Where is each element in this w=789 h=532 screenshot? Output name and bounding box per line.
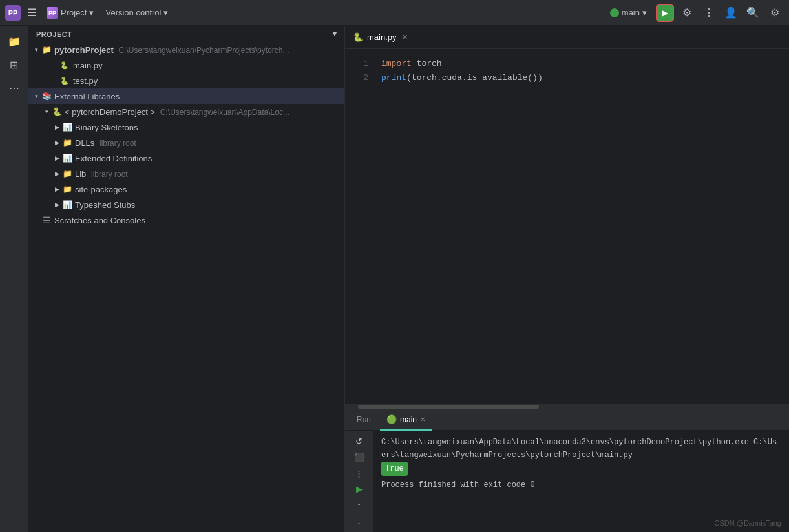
bottom-layout: ↺ ⬛ ⋮ ▶ ↑ ↓ C:\Users\tangweixuan\AppData… — [345, 431, 789, 532]
tree-arrow-external-libs: ▾ — [31, 93, 41, 99]
scrollbar-thumb[interactable] — [358, 405, 539, 409]
tree-item-site-packages[interactable]: ▶ 📁 site-packages — [28, 181, 344, 197]
folder-icon-pytorch-project: 📁 — [41, 45, 52, 54]
tree-item-dlls[interactable]: ▶ 📁 DLLs library root — [28, 135, 344, 150]
code-editor[interactable]: 1 2 import torch print(torch.cuda.is_ava… — [345, 49, 789, 404]
sidebar-item-more[interactable]: ⋯ — [4, 77, 25, 98]
tab-py-icon: 🐍 — [353, 32, 363, 42]
tab-main-run[interactable]: 🟢 main ✕ — [380, 410, 432, 431]
py-icon-main: 🐍 — [59, 61, 70, 70]
main-layout: 📁 ⊞ ⋯ Project ▾ ▾ 📁 pytorchProject — [0, 26, 789, 532]
tree-label-site-packages: site-packages — [75, 185, 127, 194]
rerun-button[interactable]: ↺ — [350, 435, 368, 448]
ide-settings-button[interactable]: ⚙ — [766, 4, 784, 22]
run-indicator[interactable]: main ▾ — [605, 5, 652, 20]
tree-arrow-pytorch-project: ▾ — [31, 46, 41, 53]
tree-label-external-libraries: External Libraries — [54, 92, 120, 101]
tree-arrow-site-packages: ▶ — [52, 186, 62, 192]
tree-label-scratches: Scratches and Consoles — [54, 216, 145, 225]
code-content[interactable]: import torch print(torch.cuda.is_availab… — [376, 49, 789, 404]
tab-close-btn[interactable]: ✕ — [401, 33, 410, 42]
tree-item-binary-skeletons[interactable]: ▶ 📊 Binary Skeletons — [28, 119, 344, 135]
stop-button[interactable]: ⬛ — [350, 451, 368, 464]
tree-item-test-py[interactable]: 🐍 test.py — [28, 73, 344, 88]
run-status-dot — [610, 8, 619, 17]
more-options-button[interactable]: ⋮ — [700, 4, 718, 22]
search-button[interactable]: 🔍 — [744, 4, 762, 22]
tree-item-pytorch-demo[interactable]: ▾ 🐍 < pytorchDemoProject > C:\Users\tang… — [28, 104, 344, 119]
pp-icon: PP — [47, 7, 58, 19]
bottom-tabs: Run 🟢 main ✕ — [345, 410, 789, 431]
sidebar-header: Project ▾ — [28, 26, 344, 42]
settings-button[interactable]: ⚙ — [678, 4, 696, 22]
project-selector[interactable]: PP Project ▾ — [43, 5, 98, 21]
tree-label-typeshed: Typeshed Stubs — [75, 200, 135, 210]
tree-arrow-pytorch-demo: ▾ — [41, 108, 52, 115]
run-play-button[interactable]: ▶ — [350, 482, 368, 496]
tab-run[interactable]: Run — [350, 410, 377, 431]
run-tab-close[interactable]: ✕ — [420, 416, 425, 423]
library-icon: 📚 — [41, 92, 52, 101]
tree-item-lib[interactable]: ▶ 📁 Lib library root — [28, 166, 344, 181]
tree-arrow-extended-defs: ▶ — [52, 155, 62, 161]
more-icon: ⋮ — [704, 6, 714, 19]
tree-arrow-lib: ▶ — [52, 170, 62, 177]
user-icon: 👤 — [724, 6, 737, 19]
scroll-down-button[interactable]: ↓ — [350, 515, 368, 528]
tree-label-test-py: test.py — [73, 76, 98, 86]
editor-area: 🐍 main.py ✕ 1 2 import torch print(torch… — [345, 26, 789, 404]
project-panel-arrow[interactable]: ▾ — [333, 30, 337, 38]
folder-icon-site-packages: 📁 — [62, 185, 72, 194]
project-panel-title: Project — [36, 30, 72, 38]
tree-arrow-binary-skeletons: ▶ — [52, 124, 62, 130]
run-arrow: ▾ — [642, 8, 647, 17]
output-true-badge: True — [381, 462, 408, 476]
tree-label-pytorch-demo: < pytorchDemoProject > C:\Users\tangweix… — [65, 107, 289, 117]
tree-item-extended-definitions[interactable]: ▶ 📊 Extended Definitions — [28, 150, 344, 166]
sidebar-item-plugins[interactable]: ⊞ — [4, 54, 25, 75]
lib-icon-typeshed: 📊 — [62, 200, 72, 209]
tree-item-pytorch-project[interactable]: ▾ 📁 pytorchProject C:\Users\tangweixuan\… — [28, 42, 344, 57]
run-menu-button[interactable]: ⋮ — [350, 467, 368, 480]
plugins-icon: ⊞ — [10, 59, 18, 71]
tree-item-external-libraries[interactable]: ▾ 📚 External Libraries — [28, 88, 344, 104]
version-control-arrow: ▾ — [163, 8, 168, 17]
gear-icon: ⚙ — [682, 6, 691, 19]
more-sidebar-icon: ⋯ — [9, 82, 19, 94]
horizontal-scrollbar[interactable] — [345, 404, 789, 409]
version-control-btn[interactable]: Version control ▾ — [101, 5, 172, 20]
folder-icon-dlls: 📁 — [62, 138, 72, 147]
output-exit-line: Process finished with exit code 0 — [381, 478, 781, 491]
tree-item-scratches[interactable]: ☰ Scratches and Consoles — [28, 212, 344, 228]
run-button[interactable]: ▶ — [656, 4, 674, 22]
tab-filename: main.py — [367, 32, 397, 42]
user-button[interactable]: 👤 — [722, 4, 740, 22]
project-arrow: ▾ — [89, 8, 94, 17]
ide-settings-icon: ⚙ — [770, 6, 779, 19]
lib-icon-extended: 📊 — [62, 154, 72, 163]
activity-bar: 📁 ⊞ ⋯ — [0, 26, 28, 532]
sidebar-item-project[interactable]: 📁 — [4, 31, 25, 52]
project-sidebar: Project ▾ ▾ 📁 pytorchProject C:\Users\ta… — [28, 26, 345, 532]
bottom-panel: Run 🟢 main ✕ ↺ ⬛ ⋮ ▶ ↑ — [345, 409, 789, 532]
tree-item-typeshed-stubs[interactable]: ▶ 📊 Typeshed Stubs — [28, 197, 344, 212]
lib-icon-binary: 📊 — [62, 123, 72, 132]
line-numbers: 1 2 — [345, 49, 376, 404]
hamburger-menu[interactable]: ☰ — [25, 4, 39, 21]
run-dot-icon: 🟢 — [386, 414, 397, 424]
search-icon: 🔍 — [746, 6, 759, 19]
tree-label-extended-definitions: Extended Definitions — [75, 154, 152, 163]
content-area: Project ▾ ▾ 📁 pytorchProject C:\Users\ta… — [28, 26, 789, 532]
py-icon-test: 🐍 — [59, 77, 70, 85]
tree-item-main-py[interactable]: 🐍 main.py — [28, 57, 344, 73]
scroll-up-button[interactable]: ↑ — [350, 498, 368, 512]
run-name: main — [622, 8, 640, 17]
output-result-line: True — [381, 462, 781, 476]
version-control-label: Version control — [105, 8, 161, 17]
tree-label-lib: Lib library root — [75, 169, 128, 179]
tree-label-main-py: main.py — [73, 61, 103, 70]
tab-main-py[interactable]: 🐍 main.py ✕ — [345, 26, 418, 49]
watermark: CSDN @DannisTang — [715, 519, 782, 527]
project-folder-icon: 📁 — [8, 36, 21, 48]
app-logo: PP — [5, 5, 21, 21]
